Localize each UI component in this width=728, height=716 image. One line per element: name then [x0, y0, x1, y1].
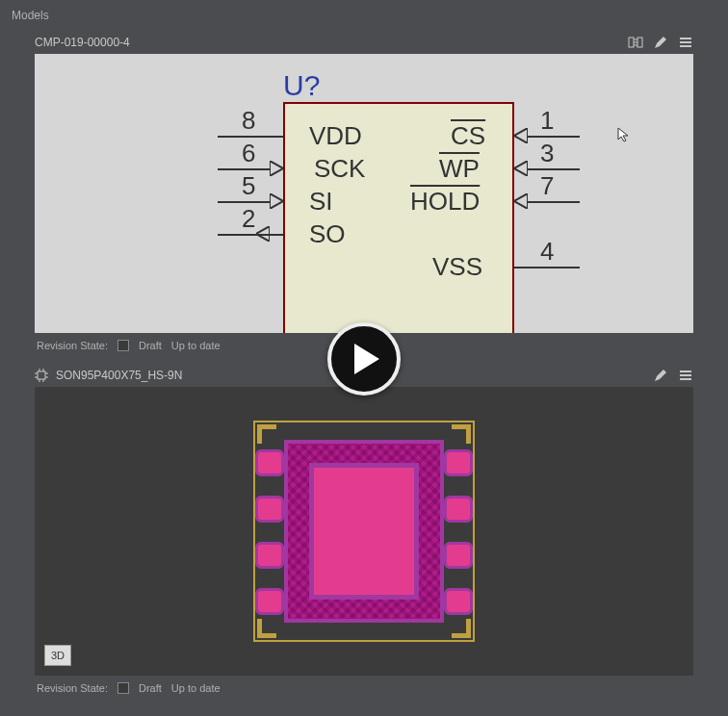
- view-3d-button[interactable]: 3D: [44, 645, 71, 666]
- svg-rect-1: [637, 38, 642, 47]
- mouse-cursor-icon: [617, 127, 633, 142]
- draft-checkbox[interactable]: [117, 340, 129, 351]
- pin-name: VDD: [309, 121, 362, 151]
- pin-number: 2: [242, 204, 255, 234]
- footprint-pad: [255, 496, 284, 523]
- svg-rect-0: [629, 38, 634, 47]
- svg-marker-12: [514, 161, 528, 176]
- revision-state-label: Revision State:: [37, 340, 108, 351]
- panel-title: Models: [0, 0, 728, 31]
- schematic-header: CMP-019-00000-4: [35, 31, 693, 54]
- menu-icon[interactable]: [678, 368, 693, 383]
- pin-line: [528, 168, 580, 170]
- svg-marker-11: [514, 128, 528, 143]
- pin-map-icon[interactable]: [628, 35, 643, 50]
- pin-line: [514, 267, 580, 268]
- pin-number: 3: [540, 139, 554, 168]
- pin-direction-icon: [514, 193, 528, 209]
- panel-title-text: Models: [12, 9, 49, 22]
- footprint-pad: [444, 542, 473, 569]
- schematic-designator: U?: [283, 69, 320, 102]
- footprint-drawing: [253, 421, 475, 642]
- footprint-thermal-inner: [309, 463, 419, 600]
- draft-label: Draft: [139, 340, 162, 351]
- schematic-model-section: CMP-019-00000-4 U? CMP-019-00000-4 8 VDD: [0, 31, 728, 364]
- play-icon: [354, 344, 379, 374]
- footprint-header-icons: [653, 368, 693, 383]
- footprint-revision-row: Revision State: Draft Up to date: [35, 676, 693, 701]
- revision-state-label: Revision State:: [37, 682, 108, 694]
- pin-line: [528, 201, 580, 203]
- pin-name: SCK: [314, 154, 365, 184]
- silk-corner: [448, 615, 471, 638]
- pin-direction-icon: [256, 226, 270, 242]
- pin-direction-icon: [514, 161, 528, 176]
- pin-name: VSS: [432, 252, 482, 282]
- svg-rect-14: [38, 371, 45, 379]
- pin-line: [218, 234, 283, 236]
- pin-name: SO: [309, 219, 346, 249]
- svg-marker-13: [514, 193, 528, 209]
- revision-status: Up to date: [171, 340, 221, 351]
- play-button[interactable]: [327, 322, 401, 396]
- footprint-pad: [255, 542, 284, 569]
- footprint-pad: [444, 588, 473, 615]
- svg-marker-8: [270, 161, 283, 176]
- pin-line: [218, 201, 270, 203]
- pin-name: HOLD: [410, 187, 480, 217]
- pin-number: 1: [540, 106, 554, 136]
- draft-label: Draft: [139, 682, 162, 694]
- draft-checkbox[interactable]: [117, 682, 129, 694]
- pin-number: 4: [540, 237, 554, 267]
- silk-corner: [448, 424, 471, 448]
- pin-direction-icon: [270, 161, 283, 176]
- footprint-pad: [255, 449, 284, 476]
- footprint-pad: [444, 449, 473, 476]
- pin-name: WP: [439, 154, 480, 184]
- pin-name: SI: [309, 187, 333, 217]
- pin-line: [218, 136, 283, 138]
- schematic-header-icons: [628, 35, 693, 50]
- schematic-viewport[interactable]: U? CMP-019-00000-4 8 VDD 6 SCK 5 SI 2 SO: [35, 54, 693, 333]
- silk-corner: [257, 424, 280, 448]
- pin-line: [218, 168, 270, 170]
- menu-icon[interactable]: [678, 35, 693, 50]
- footprint-model-section: SON95P400X75_HS-9N: [0, 364, 728, 706]
- pin-name: CS: [451, 121, 485, 151]
- svg-marker-9: [270, 193, 283, 209]
- svg-marker-10: [256, 226, 270, 242]
- pin-direction-icon: [270, 193, 283, 209]
- pin-line: [528, 136, 580, 138]
- schematic-title: CMP-019-00000-4: [35, 36, 620, 49]
- pin-number: 6: [242, 139, 255, 168]
- pin-number: 8: [242, 106, 255, 136]
- footprint-pad: [255, 588, 284, 615]
- footprint-pad: [444, 496, 473, 523]
- edit-icon[interactable]: [653, 368, 668, 383]
- silk-corner: [257, 615, 280, 638]
- revision-status: Up to date: [171, 682, 221, 694]
- pin-number: 5: [242, 171, 255, 201]
- pin-number: 7: [540, 171, 554, 201]
- footprint-viewport[interactable]: 3D: [35, 387, 693, 676]
- pin-direction-icon: [514, 128, 528, 143]
- edit-icon[interactable]: [653, 35, 668, 50]
- chip-icon: [35, 369, 48, 382]
